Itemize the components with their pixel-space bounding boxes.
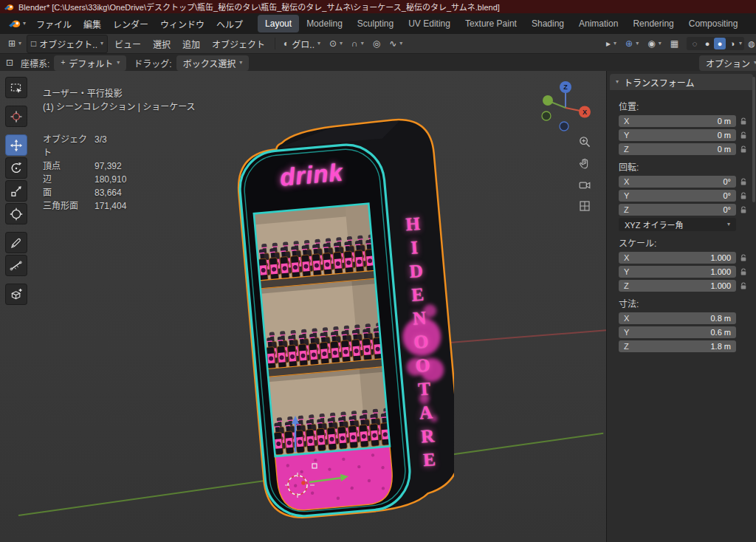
pan-button[interactable] <box>577 156 592 171</box>
scale-y-field[interactable]: Y 1.000 <box>619 266 736 278</box>
menu-viewport-add[interactable]: 追加 <box>177 35 205 53</box>
add-cube-icon <box>10 288 23 301</box>
location-z-field[interactable]: Z 0 m <box>619 143 736 155</box>
move-tool[interactable] <box>5 134 27 156</box>
snap-toggle[interactable]: ∩ ▾ <box>348 37 368 50</box>
nav-gizmo[interactable]: Z X <box>535 77 597 139</box>
tab-compositing[interactable]: Compositing <box>681 15 746 32</box>
blender-menu-icon <box>9 19 21 28</box>
menu-viewport-object[interactable]: オブジェクト <box>207 35 270 53</box>
overlays-toggle[interactable]: ◉ ▾ <box>644 37 665 50</box>
tab-shading[interactable]: Shading <box>524 15 571 32</box>
scale-x-field[interactable]: X 1.000 <box>619 252 736 264</box>
menu-render[interactable]: レンダー <box>107 15 154 33</box>
scale-tool[interactable] <box>5 180 27 202</box>
cursor-select-icon: ▸ <box>606 39 611 48</box>
measure-tool[interactable] <box>5 255 27 276</box>
axis-label: X <box>624 117 634 126</box>
shading-rendered-button[interactable]: ◑ <box>726 38 738 49</box>
lock-icon[interactable] <box>740 268 747 276</box>
menu-help[interactable]: ヘルプ <box>210 15 249 33</box>
tab-rendering[interactable]: Rendering <box>625 15 681 32</box>
tab-sculpting[interactable]: Sculpting <box>350 15 401 32</box>
transform-orientation-dropdown[interactable]: ◐ グロ.. ▾ <box>280 35 324 52</box>
menu-viewport-select[interactable]: 選択 <box>148 35 176 53</box>
shading-wireframe-button[interactable]: ◌ <box>689 38 701 49</box>
options-dropdown[interactable]: オプション ▾ <box>699 55 756 71</box>
stat-label: 面 <box>43 186 92 199</box>
show-gizmo-toggle[interactable]: ⊕ ▾ <box>622 37 642 50</box>
transform-panel-header[interactable]: ▾ トランスフォーム <box>610 74 753 90</box>
tab-layout[interactable]: Layout <box>258 15 299 32</box>
stat-value: 180,910 <box>94 173 196 186</box>
gizmo-neg-y-ball[interactable] <box>542 112 551 120</box>
menu-viewport-view[interactable]: ビュー <box>109 35 146 53</box>
lock-icon[interactable] <box>740 254 747 262</box>
chevron-down-icon: ▾ <box>399 41 402 47</box>
select-box-icon <box>10 81 23 95</box>
location-y-field[interactable]: Y 0 m <box>619 129 736 141</box>
camera-view-button[interactable] <box>577 177 592 192</box>
lock-icon[interactable] <box>740 131 747 140</box>
menu-file[interactable]: ファイル <box>30 15 78 33</box>
cursor-tool[interactable] <box>5 106 27 127</box>
tool-settings-bar: ⊡ 座標系: + デフォルト ▾ ドラッグ: ボックス選択 ▾ オプション ▾ <box>0 53 756 72</box>
zoom-button[interactable] <box>577 134 592 149</box>
rotation-mode-dropdown[interactable]: XYZ オイラー角 ▾ <box>619 218 736 231</box>
lock-icon[interactable] <box>740 192 747 200</box>
rotation-x-field[interactable]: X 0° <box>619 176 736 188</box>
lock-icon[interactable] <box>740 206 747 214</box>
lock-icon[interactable] <box>740 178 747 186</box>
coord-system-dropdown[interactable]: + デフォルト ▾ <box>54 55 126 71</box>
gizmo-x-dot[interactable] <box>301 481 306 485</box>
tab-texture-paint[interactable]: Texture Paint <box>458 15 524 32</box>
add-cube-tool[interactable] <box>5 284 27 305</box>
selectability-dropdown[interactable]: ▸ ▾ <box>602 37 620 50</box>
app-menu-button[interactable]: ▾ <box>4 18 30 30</box>
dimensions-y-field[interactable]: Y 0.6 m <box>619 326 736 338</box>
editor-type-button[interactable]: ⊞ ▾ <box>4 37 25 50</box>
pivot-point-dropdown[interactable]: ⊙ ▾ <box>326 37 346 50</box>
rotation-z-field[interactable]: Z 0° <box>619 204 736 216</box>
dimensions-x-field[interactable]: X 0.8 m <box>619 312 736 324</box>
titlebar[interactable]: Blender* [C:\Users\33ikg\OneDrive\デスクトップ… <box>0 0 756 13</box>
gizmo-y-axis-ball[interactable] <box>543 95 553 106</box>
menu-edit[interactable]: 編集 <box>78 15 107 33</box>
lock-icon[interactable] <box>740 117 747 126</box>
scale-z-field[interactable]: Z 1.000 <box>619 280 736 292</box>
xray-toggle[interactable]: ▦ <box>667 37 682 50</box>
mode-dropdown[interactable]: □ オブジェクト.. ▾ <box>27 35 108 53</box>
proportional-edit-toggle[interactable]: ◎ <box>369 37 384 50</box>
rotation-y-field[interactable]: Y 0° <box>619 190 736 202</box>
toggle-grid-button[interactable] <box>577 199 592 213</box>
viewport-3d[interactable]: drink HIDENOOTARE ユーザー・平行投影 (1) シーンコレクショ… <box>0 71 756 542</box>
menu-window[interactable]: ウィンドウ <box>154 15 210 33</box>
annotate-icon <box>10 236 23 250</box>
annotate-tool[interactable] <box>5 232 27 253</box>
panel-scrollbar[interactable] <box>752 77 755 202</box>
render-preview-icon[interactable]: ◍ <box>746 38 756 49</box>
lock-icon[interactable] <box>740 282 747 290</box>
zoom-icon <box>578 135 591 148</box>
scale-label: スケール: <box>619 236 747 249</box>
falloff-dropdown[interactable]: ∿ ▾ <box>385 37 406 50</box>
rotate-tool[interactable] <box>5 157 27 179</box>
dimensions-z-field[interactable]: Z 1.8 m <box>619 340 736 352</box>
select-box-tool[interactable] <box>5 77 27 98</box>
rotate-icon <box>10 162 23 175</box>
tab-geometry-nodes[interactable]: Geometry Nodes <box>745 15 752 32</box>
drag-mode-dropdown[interactable]: ボックス選択 ▾ <box>176 55 250 71</box>
transform-tool[interactable] <box>5 203 27 224</box>
shading-material-button[interactable]: ● <box>714 38 726 49</box>
tab-animation[interactable]: Animation <box>571 15 625 32</box>
shading-solid-button[interactable]: ● <box>701 38 713 49</box>
tab-uv-editing[interactable]: UV Editing <box>401 15 458 32</box>
tab-modeling[interactable]: Modeling <box>299 15 350 32</box>
viewport-info-overlay: ユーザー・平行投影 (1) シーンコレクション | ショーケース オブジェクト … <box>43 87 196 213</box>
lock-icon[interactable] <box>740 145 747 154</box>
rotation-mode-value: XYZ オイラー角 <box>625 219 683 230</box>
field-value: 0° <box>723 205 731 214</box>
gizmo-neg-z-ball[interactable] <box>560 122 568 131</box>
location-x-field[interactable]: X 0 m <box>619 115 736 127</box>
proportional-icon: ◎ <box>373 39 380 48</box>
